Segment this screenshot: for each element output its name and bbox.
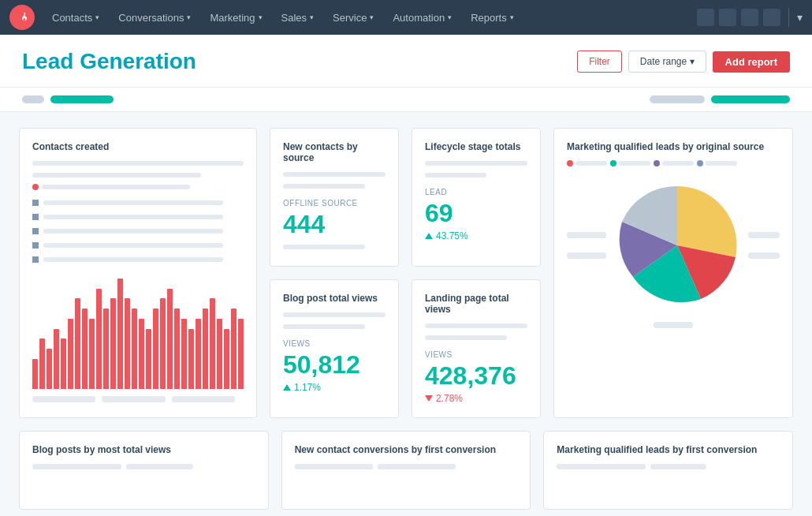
bar-segment [174, 308, 180, 389]
new-contacts-value: 444 [283, 211, 386, 238]
lifecycle-value: 69 [425, 200, 527, 227]
blog-views-sub: VIEWS [283, 339, 386, 348]
chart-x-labels [32, 394, 244, 405]
lifecycle-title: Lifecycle stage totals [425, 141, 527, 152]
bar-segment [54, 329, 59, 389]
bph2 [126, 464, 193, 469]
bar-segment [146, 329, 151, 389]
new-contacts-card: New contacts by source OFFLINE SOURCE 44… [270, 128, 399, 267]
bv-ph2 [283, 324, 365, 329]
axis-sq2 [32, 214, 39, 220]
nav-reports[interactable]: Reports▾ [463, 0, 522, 35]
nav-icon-2[interactable] [719, 9, 736, 26]
landing-views-value: 428,376 [425, 362, 527, 390]
nav-icon-1[interactable] [697, 9, 714, 26]
landing-views-title: Landing page total views [425, 293, 527, 315]
legend-item-3 [654, 159, 694, 168]
landing-views-card: Landing page total views VIEWS 428,376 2… [412, 279, 541, 419]
date-range-label: Date range ▾ [640, 56, 695, 67]
bar-segment [110, 298, 116, 389]
filter-button[interactable]: Filter [577, 50, 622, 73]
pie-label-b [654, 322, 693, 328]
bar-segment [82, 308, 88, 389]
top-grid: Contacts created [19, 128, 793, 418]
legend-item-2 [610, 159, 650, 168]
legend-dot-1 [567, 160, 573, 166]
nav-marketing[interactable]: Marketing▾ [202, 0, 270, 35]
blog-views-card: Blog post total views VIEWS 50,812 1.17% [270, 279, 399, 419]
bar-segment [132, 308, 137, 389]
date-range-button[interactable]: Date range ▾ [628, 50, 706, 73]
bar-segment [224, 329, 229, 389]
nav-right-actions: ▾ [697, 8, 803, 27]
bar-segment [196, 319, 201, 389]
filter-bar [0, 88, 812, 112]
legend-label-2 [619, 161, 650, 166]
pie-chart-container [567, 174, 780, 316]
blog-views-value: 50,812 [283, 351, 386, 379]
nav-icon-4[interactable] [763, 9, 780, 26]
pie-label-l2 [567, 252, 606, 259]
blog-views-delta-value: 1.17% [294, 382, 321, 393]
ph3 [42, 185, 190, 189]
blog-views-delta: 1.17% [283, 382, 386, 393]
bar-segment [231, 308, 237, 389]
bv-ph1 [283, 312, 386, 317]
nav-automation[interactable]: Automation▾ [385, 0, 460, 35]
delta-down-icon [425, 395, 433, 402]
new-conversions-card: New contact conversions by first convers… [281, 431, 531, 510]
mql-source-title: Marketing qualified leads by original so… [567, 141, 780, 152]
bar-segment [125, 298, 130, 389]
hubspot-logo[interactable] [9, 5, 35, 30]
xlabel1 [32, 396, 95, 402]
axis-sq4 [32, 242, 39, 249]
contacts-created-title: Contacts created [32, 141, 244, 152]
landing-views-delta-value: 2.78% [436, 393, 463, 404]
delta-up-icon [425, 233, 433, 239]
bar-segment [188, 329, 194, 389]
nav-service[interactable]: Service▾ [325, 0, 382, 35]
legend-label-3 [662, 161, 694, 166]
landing-views-sub: VIEWS [425, 350, 527, 359]
bar-segment [167, 289, 173, 389]
nav-conversations[interactable]: Conversations▾ [110, 0, 199, 35]
bar-segment [68, 319, 73, 389]
pie-label-l1 [567, 232, 606, 238]
pie-label-r2 [748, 252, 780, 259]
blog-most-views-title: Blog posts by most total views [32, 444, 255, 455]
legend-dot-3 [654, 160, 660, 166]
xlabel2 [102, 396, 165, 402]
nav-icon-3[interactable] [741, 9, 758, 26]
nc-ph2 [283, 184, 365, 189]
bar-segment [89, 319, 95, 389]
axis-sq5 [32, 256, 39, 263]
axis-sq1 [32, 200, 39, 206]
bar-segment [96, 289, 102, 389]
landing-views-delta: 2.78% [425, 393, 527, 404]
ph8 [43, 257, 223, 262]
bph3 [295, 464, 373, 469]
add-report-button[interactable]: Add report [713, 51, 790, 73]
bph6 [650, 464, 706, 469]
nav-sales[interactable]: Sales▾ [274, 0, 322, 35]
bar-segment [139, 319, 144, 389]
bar-segment [117, 279, 123, 389]
pie-label-r1 [748, 232, 780, 238]
legend-dot-red [32, 184, 39, 190]
nav-divider [788, 8, 789, 27]
main-content: Contacts created [0, 112, 812, 516]
nav-contacts[interactable]: Contacts▾ [44, 0, 107, 35]
page-header: Lead Generation Filter Date range ▾ Add … [0, 35, 812, 88]
lv-ph1 [425, 323, 527, 328]
lifecycle-delta-value: 43.75% [436, 230, 468, 241]
svg-point-0 [9, 5, 35, 30]
bph5 [557, 464, 646, 469]
blog-most-views-card: Blog posts by most total views [19, 431, 269, 510]
bar-segment [160, 298, 166, 389]
nav-expand[interactable]: ▾ [797, 11, 803, 24]
bar-segment [203, 308, 208, 389]
bar-segment [153, 308, 158, 389]
new-conversions-title: New contact conversions by first convers… [295, 444, 518, 455]
mql-source-card: Marketing qualified leads by original so… [553, 128, 793, 418]
page-title: Lead Generation [22, 49, 196, 74]
